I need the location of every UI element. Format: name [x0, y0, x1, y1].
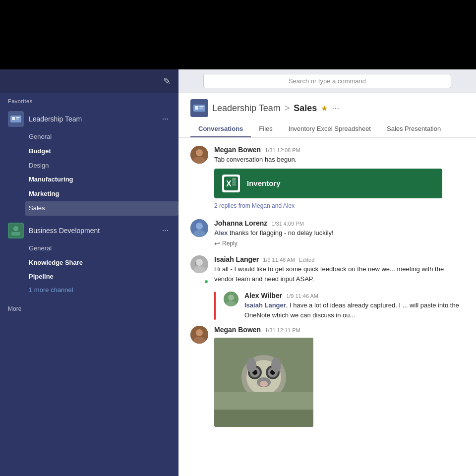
tab-conversations[interactable]: Conversations [190, 121, 251, 137]
svg-rect-11 [199, 106, 204, 107]
team-leadership-avatar [8, 111, 24, 127]
svg-point-33 [196, 329, 203, 336]
tab-files[interactable]: Files [251, 121, 280, 137]
team-leadership-header[interactable]: Leadership Team ··· [0, 108, 178, 130]
team-leadership-more[interactable]: ··· [160, 114, 171, 124]
svg-point-14 [196, 149, 203, 156]
team-leadership: Leadership Team ··· General Budget Desig… [0, 106, 178, 218]
avatar-megan [190, 146, 208, 164]
replies-info[interactable]: 2 replies from Megan and Alex [214, 202, 464, 209]
svg-text:!: ! [195, 261, 197, 268]
johanna-text-suffix: thanks for flagging - no delay luckily! [228, 229, 333, 237]
avatar-johanna [190, 219, 208, 237]
message-megan-bowen: Megan Bowen 1/31 12:08 PM Tab conversati… [190, 146, 464, 211]
message-isaiah: ! Isaiah Langer 1/9 11:46 AM Edited Hi a… [190, 255, 464, 284]
message-megan2-time: 1/31 12:11 PM [265, 327, 300, 333]
svg-point-26 [196, 259, 203, 266]
reply-button[interactable]: ↩ Reply [214, 239, 464, 247]
search-input[interactable]: Search or type a command [203, 74, 451, 88]
message-isaiah-author: Isaiah Langer [214, 255, 259, 263]
team-bizdev-more[interactable]: ··· [160, 225, 171, 236]
svg-rect-21 [232, 184, 236, 185]
more-label: More [0, 298, 178, 314]
more-channels-link[interactable]: 1 more channel [29, 284, 178, 296]
message-megan2-meta: Megan Bowen 1/31 12:11 PM [214, 326, 464, 334]
channel-team-name: Leadership Team [212, 103, 281, 114]
excel-icon: X [222, 175, 240, 192]
svg-rect-7 [11, 232, 20, 236]
reply-arrow-icon: ↩ [214, 239, 220, 247]
channel-general[interactable]: General [29, 130, 178, 144]
message-alex-text: Isaiah Langer, I have a lot of ideas alr… [244, 300, 464, 320]
channel-pipeline[interactable]: Pipeline [29, 270, 178, 284]
avatar-isaiah: ! [190, 255, 208, 273]
svg-rect-49 [214, 392, 313, 410]
avatar-alex [224, 292, 238, 306]
channel-manufacturing[interactable]: Manufacturing [29, 173, 178, 187]
leadership-channel-list: General Budget Design Manufacturing Mark… [0, 130, 178, 216]
channel-design[interactable]: Design [29, 159, 178, 173]
svg-text:X: X [226, 179, 232, 188]
tab-inventory-excel[interactable]: Inventory Excel Spreadsheet [281, 121, 379, 137]
channel-marketing[interactable]: Marketing [29, 187, 178, 201]
svg-rect-12 [199, 108, 203, 109]
compose-icon[interactable]: ✎ [163, 76, 171, 87]
channel-header: Leadership Team > Sales ★ ··· Conversati… [178, 93, 476, 138]
message-isaiah-content: Isaiah Langer 1/9 11:46 AM Edited Hi all… [214, 255, 464, 284]
message-megan-text: Tab conversation has begun. [214, 155, 464, 165]
channel-sales[interactable]: Sales [25, 201, 178, 216]
team-bizdev-avatar [8, 223, 24, 238]
sidebar-header: ✎ [0, 69, 178, 93]
message-johanna-meta: Johanna Lorenz 1/31 4:09 PM [214, 219, 464, 227]
message-edited-label: Edited [299, 257, 314, 263]
excel-card-name: Inventory [247, 179, 281, 187]
message-alex-author: Alex Wilber [244, 292, 282, 299]
channel-title-row: Leadership Team > Sales ★ ··· [190, 99, 464, 117]
svg-point-23 [196, 223, 203, 230]
message-johanna-author: Johanna Lorenz [214, 219, 267, 227]
svg-rect-2 [12, 117, 15, 120]
excel-card[interactable]: X Inventory [214, 169, 442, 198]
channel-star-icon[interactable]: ★ [321, 104, 328, 113]
channel-separator: > [285, 103, 290, 114]
channel-tabs: Conversations Files Inventory Excel Spre… [190, 121, 464, 137]
message-megan-meta: Megan Bowen 1/31 12:08 PM [214, 146, 464, 154]
tab-sales-presentation[interactable]: Sales Presentation [379, 121, 449, 137]
message-johanna-text: Alex thanks for flagging - no delay luck… [214, 228, 464, 238]
top-camera-bar [0, 0, 476, 69]
message-megan-raccoon: Megan Bowen 1/31 12:11 PM [190, 326, 464, 427]
svg-rect-48 [214, 407, 313, 427]
isaiah-avatar-wrapper: ! [190, 255, 208, 284]
team-bizdev-header[interactable]: Business Development ··· [0, 220, 178, 241]
svg-rect-18 [232, 178, 236, 179]
favorites-label: Favorites [0, 93, 178, 106]
svg-rect-19 [232, 180, 236, 181]
search-bar: Search or type a command [178, 69, 476, 93]
message-megan-time: 1/31 12:08 PM [265, 147, 300, 153]
message-megan-content: Megan Bowen 1/31 12:08 PM Tab conversati… [214, 146, 464, 211]
channel-knowledge-share[interactable]: Knowledge Share [29, 256, 178, 270]
message-isaiah-time: 1/9 11:46 AM [263, 257, 295, 263]
sidebar: ✎ Favorites Leadership Team ··· [0, 69, 178, 476]
team-leadership-name: Leadership Team [29, 115, 160, 123]
message-isaiah-meta: Isaiah Langer 1/9 11:46 AM Edited [214, 255, 464, 263]
status-dot [204, 279, 209, 284]
svg-point-6 [13, 226, 18, 231]
thread-left-border [214, 292, 216, 320]
svg-point-45 [260, 381, 268, 387]
message-alex-meta: Alex Wilber 1/9 11:46 AM [244, 292, 464, 299]
channel-more-icon[interactable]: ··· [332, 103, 339, 114]
svg-point-46 [246, 357, 256, 372]
message-megan-author: Megan Bowen [214, 146, 261, 154]
message-johanna: Johanna Lorenz 1/31 4:09 PM Alex thanks … [190, 219, 464, 248]
svg-rect-20 [232, 182, 236, 183]
svg-point-47 [271, 357, 281, 372]
raccoon-image [214, 338, 313, 427]
team-bizdev-name: Business Development [29, 227, 160, 235]
alex-mention: Isaiah Langer [244, 301, 286, 309]
bizdev-channel-list: General Knowledge Share Pipeline 1 more … [0, 241, 178, 296]
team-bizdev: Business Development ··· General Knowled… [0, 218, 178, 298]
channel-team-avatar [190, 99, 208, 117]
channel-bizdev-general[interactable]: General [29, 241, 178, 256]
channel-budget[interactable]: Budget [29, 144, 178, 159]
